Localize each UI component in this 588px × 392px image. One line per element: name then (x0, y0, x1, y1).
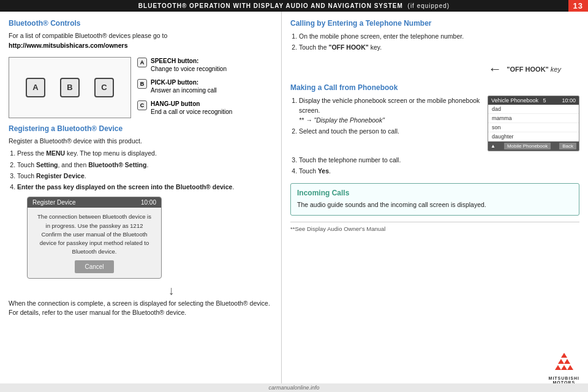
phonebook-step-4: Touch Yes. (299, 166, 579, 176)
left-arrow-icon: ← (488, 61, 502, 77)
phonebook-body: dad mamma son daughter (488, 105, 579, 141)
phonebook-area: Display the vehicle phonebook screen or … (290, 96, 579, 151)
mobile-phonebook-button[interactable]: Mobile Phonebook (504, 143, 551, 149)
button-b-label: B PICK-UP button:Answer an incoming call (137, 78, 232, 95)
phonebook-header-time: 10:00 (562, 97, 576, 104)
phonebook-header-title: Vehicle Phonebook 5 (491, 97, 546, 104)
arrow-down-icon: ↓ (70, 284, 273, 298)
calling-entering-section: Calling by Entering a Telephone Number O… (290, 19, 579, 77)
button-c-label: C HANG-UP buttonEnd a call or voice reco… (137, 100, 232, 116)
back-button[interactable]: Back (559, 143, 576, 149)
register-box-header: Register Device 10:00 (28, 197, 161, 208)
svg-marker-3 (555, 365, 561, 370)
phonebook-section: Making a Call from Phonebook Display the… (290, 83, 579, 176)
register-device-box: Register Device 10:00 The connection bet… (27, 197, 162, 278)
svg-marker-1 (558, 359, 564, 364)
phonebook-screen-header: Vehicle Phonebook 5 10:00 (488, 96, 579, 105)
phonebook-screen: Vehicle Phonebook 5 10:00 dad mamma son … (488, 96, 579, 151)
footer-note: **See Display Audio Owner's Manual (290, 222, 579, 232)
header-subtitle: (if equipped) (408, 2, 450, 9)
button-diagram: A B C A SPEECH button:Change to voice re… (9, 57, 273, 118)
register-completion-text: When the connection is complete, a scree… (9, 299, 273, 318)
left-column: Bluetooth® Controls For a list of compat… (0, 12, 282, 388)
bluetooth-controls-title: Bluetooth® Controls (9, 19, 273, 28)
off-hook-label: "OFF HOOK" key (507, 66, 561, 73)
phonebook-steps: Display the vehicle phonebook screen or … (290, 96, 481, 137)
bluetooth-url[interactable]: http://www.mitsubishicars.com/owners (9, 42, 127, 49)
incoming-calls-title: Incoming Calls (297, 189, 573, 197)
register-step-2: Touch Setting, and then Bluetooth® Setti… (17, 160, 273, 170)
contact-daughter[interactable]: daughter (488, 132, 579, 141)
calling-entering-title: Calling by Entering a Telephone Number (290, 19, 579, 28)
off-hook-area: ← "OFF HOOK" key (290, 61, 579, 77)
bluetooth-controls-desc: For a list of compatible Bluetooth® devi… (9, 31, 273, 51)
phonebook-text: Display the vehicle phonebook screen or … (290, 96, 481, 151)
phonebook-step-2: Select and touch the person to call. (299, 126, 481, 136)
phonebook-step-3: Touch the telephone number to call. (299, 155, 579, 165)
calling-step-2: Touch the "OFF HOOK" key. (299, 42, 579, 52)
watermark: carmanualonline.info (0, 383, 588, 392)
svg-marker-5 (567, 365, 573, 370)
svg-marker-2 (564, 359, 570, 364)
button-b: B (60, 78, 80, 97)
calling-entering-steps: On the mobile phone screen, enter the te… (290, 31, 579, 53)
scroll-up-icon[interactable]: ▲ (491, 143, 496, 149)
phonebook-step-1: Display the vehicle phonebook screen or … (299, 96, 481, 126)
svg-marker-4 (561, 365, 567, 370)
right-column: Calling by Entering a Telephone Number O… (282, 12, 588, 388)
svg-marker-0 (561, 353, 567, 358)
register-step-3: Touch Register Device. (17, 171, 273, 181)
mitsubishi-logo-icon (552, 353, 576, 375)
contact-mamma[interactable]: mamma (488, 114, 579, 123)
calling-step-1: On the mobile phone screen, enter the te… (299, 31, 579, 41)
cancel-button[interactable]: Cancel (75, 260, 113, 273)
mitsubishi-logo-area: MITSUBISHIMOTORS (549, 353, 579, 385)
register-box-time: 10:00 (141, 199, 156, 206)
contact-son[interactable]: son (488, 123, 579, 132)
phonebook-footer: ▲ Mobile Phonebook Back (488, 141, 579, 151)
register-step-4: Enter the pass key displayed on the scre… (17, 182, 273, 192)
register-title: Registering a Bluetooth® Device (9, 124, 273, 133)
incoming-calls-section: Incoming Calls The audio guide sounds an… (290, 183, 579, 216)
contact-dad[interactable]: dad (488, 105, 579, 114)
register-desc: Register a Bluetooth® device with this p… (9, 137, 273, 146)
control-diagram-box: A B C (9, 57, 131, 118)
register-step-1: Press the MENU key. The top menu is disp… (17, 148, 273, 158)
header-title: BLUETOOTH® OPERATION WITH DISPLAY AUDIO … (138, 2, 403, 9)
button-a-label: A SPEECH button:Change to voice recognit… (137, 57, 232, 74)
page-header: BLUETOOTH® OPERATION WITH DISPLAY AUDIO … (0, 0, 588, 12)
phonebook-title: Making a Call from Phonebook (290, 83, 579, 92)
register-steps: Press the MENU key. The top menu is disp… (9, 148, 273, 192)
register-box-title: Register Device (32, 199, 76, 206)
button-c: C (94, 78, 114, 97)
phonebook-steps-2: Touch the telephone number to call. Touc… (290, 155, 579, 176)
register-box-message: The connection between Bluetooth device … (37, 213, 151, 255)
button-labels: A SPEECH button:Change to voice recognit… (137, 57, 232, 118)
bluetooth-controls-section: Bluetooth® Controls For a list of compat… (9, 19, 273, 118)
register-box-body: The connection between Bluetooth device … (28, 208, 161, 277)
page-number: 13 (568, 0, 588, 12)
incoming-calls-desc: The audio guide sounds and the incoming … (297, 200, 573, 210)
button-a: A (26, 78, 45, 97)
register-section: Registering a Bluetooth® Device Register… (9, 124, 273, 318)
